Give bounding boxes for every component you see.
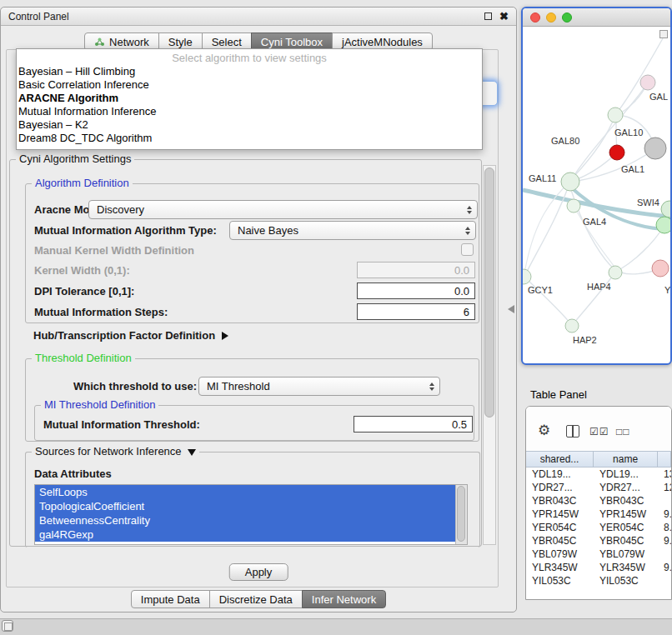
- mi-steps-field[interactable]: 6: [357, 303, 475, 320]
- network-node[interactable]: [608, 108, 623, 122]
- kernel-width-field[interactable]: 0.0: [357, 262, 475, 278]
- table-row[interactable]: YDL19...YDL19...13...: [526, 468, 671, 481]
- attribute-item[interactable]: SelfLoops: [35, 485, 455, 499]
- zoom-traffic-light-icon[interactable]: [562, 12, 572, 22]
- restore-panel-icon[interactable]: [2, 620, 13, 632]
- attribute-item[interactable]: gal4RGexp: [35, 528, 455, 542]
- birdseye-toggle-icon[interactable]: [659, 30, 668, 38]
- column-header-extra[interactable]: [658, 452, 671, 467]
- attribute-item[interactable]: TopologicalCoefficient: [35, 499, 455, 513]
- table-cell: YIL053C: [526, 575, 594, 587]
- network-node[interactable]: [609, 266, 622, 279]
- combo-arrows-icon: [467, 206, 472, 214]
- table-cell: YBL079W: [594, 548, 658, 560]
- scrollbar-thumb[interactable]: [484, 168, 494, 418]
- algorithm-option-mutual-information-inference[interactable]: Mutual Information Inference: [17, 105, 482, 118]
- aracne-mode-select[interactable]: Discovery: [88, 200, 478, 219]
- table-cell: 9...: [658, 562, 671, 573]
- table-row[interactable]: YPR145WYPR145W9...: [526, 508, 671, 521]
- show-columns-icon[interactable]: ☑☑: [589, 426, 609, 438]
- splitter-collapse-icon[interactable]: [508, 305, 514, 313]
- algorithm-definition-title: Algorithm Definition: [32, 177, 133, 189]
- attribute-item[interactable]: BetweennessCentrality: [35, 513, 455, 528]
- apply-button[interactable]: Apply: [229, 563, 288, 581]
- close-traffic-light-icon[interactable]: [530, 12, 540, 22]
- which-threshold-value: MI Threshold: [207, 380, 270, 392]
- close-window-icon[interactable]: ✖: [499, 11, 509, 22]
- table-row[interactable]: YBR043CYBR043C: [526, 494, 671, 508]
- settings-scrollbar[interactable]: [483, 165, 496, 545]
- column-header-name[interactable]: name: [594, 452, 658, 467]
- threshold-definition-title: Threshold Definition: [32, 352, 135, 364]
- table-row[interactable]: YDR27...YDR27...12...: [526, 481, 671, 494]
- mi-algorithm-type-select[interactable]: Naive Bayes: [229, 221, 476, 240]
- table-row[interactable]: YLR345WYLR345W9...: [526, 561, 671, 574]
- tab-discretize-data[interactable]: Discretize Data: [209, 590, 303, 608]
- algorithm-option-basic-correlation-inference[interactable]: Basic Correlation Inference: [17, 78, 482, 92]
- manual-kernel-width-label: Manual Kernel Width Definition: [34, 244, 194, 257]
- table-cell: YER054C: [526, 522, 594, 533]
- table-panel-window: ⚙ ☑☑ □□ shared...name YDL19...YDL19...13…: [525, 406, 672, 600]
- list-scrollbar[interactable]: [455, 485, 467, 544]
- network-icon: [94, 38, 105, 47]
- column-header-shared[interactable]: shared...: [526, 452, 594, 467]
- network-window-titlebar[interactable]: [523, 8, 670, 27]
- tab-impute-data[interactable]: Impute Data: [131, 590, 210, 608]
- network-node[interactable]: [640, 75, 655, 90]
- table-cell: YBR045C: [526, 535, 594, 547]
- hide-columns-icon[interactable]: □□: [616, 426, 630, 438]
- network-node[interactable]: [567, 199, 580, 212]
- sources-group: Sources for Network Inference Data Attri…: [25, 452, 480, 548]
- algorithm-option-bayesian-hill-climbing[interactable]: Bayesian – Hill Climbing: [17, 65, 482, 78]
- table-cell: YBL079W: [526, 548, 594, 560]
- network-node[interactable]: [561, 172, 579, 191]
- table-row[interactable]: YIL053CYIL053C: [526, 574, 671, 588]
- columns-icon[interactable]: [566, 425, 579, 438]
- node-label: GAL1: [621, 164, 644, 174]
- dpi-tolerance-label: DPI Tolerance [0,1]:: [34, 285, 134, 298]
- table-cell: 9...: [658, 535, 671, 547]
- tab-infer-network[interactable]: Infer Network: [302, 590, 386, 608]
- algorithm-placeholder: Select algorithm to view settings: [17, 51, 482, 65]
- mi-threshold-field[interactable]: 0.5: [354, 416, 473, 432]
- dpi-tolerance-field[interactable]: 0.0: [357, 282, 475, 299]
- table-cell: YBR043C: [594, 495, 658, 507]
- which-threshold-select[interactable]: MI Threshold: [198, 377, 440, 396]
- network-canvas[interactable]: GALGAL80GAL10GAL11GAL1SWI4GAL4GCY1HAP4HA…: [523, 27, 670, 365]
- tab-label: Cyni Toolbox: [261, 36, 323, 48]
- tab-label: Impute Data: [141, 593, 200, 606]
- control-panel-titlebar[interactable]: Control Panel ✖: [1, 8, 516, 26]
- algorithm-option-bayesian-k2[interactable]: Bayesian – K2: [17, 118, 482, 132]
- data-attributes-list[interactable]: SelfLoopsTopologicalCoefficientBetweenne…: [34, 484, 468, 545]
- tab-label: Network: [109, 36, 149, 48]
- table-cell: 13...: [658, 468, 671, 480]
- minimize-traffic-light-icon[interactable]: [546, 12, 556, 22]
- network-node[interactable]: [652, 260, 669, 277]
- network-node[interactable]: [609, 145, 624, 160]
- table-cell: 8...: [658, 522, 671, 533]
- combo-arrows-icon: [429, 382, 434, 391]
- which-threshold-label: Which threshold to use:: [73, 380, 197, 392]
- table-row[interactable]: YBL079WYBL079W: [526, 548, 671, 561]
- network-node[interactable]: [565, 319, 579, 332]
- float-window-icon[interactable]: [484, 12, 492, 20]
- table-row[interactable]: YBR045CYBR045C9...: [526, 534, 671, 548]
- network-node[interactable]: [644, 138, 666, 159]
- hub-section-toggle[interactable]: Hub/Transcription Factor Definition: [33, 329, 228, 342]
- aracne-mode-value: Discovery: [97, 203, 144, 216]
- algorithm-option-dream8-dc-tdc-algorithm[interactable]: Dream8 DC_TDC Algorithm: [17, 132, 482, 145]
- table-body: YDL19...YDL19...13...YDR27...YDR27...12.…: [526, 468, 671, 599]
- tab-label: jActiveMNodules: [342, 36, 423, 48]
- table-cell: 12...: [658, 482, 671, 493]
- table-cell: YBR045C: [594, 535, 658, 547]
- node-label: Y: [664, 285, 670, 295]
- table-row[interactable]: YER054CYER054C8...: [526, 521, 671, 534]
- network-edge: [574, 272, 615, 323]
- scrollbar-thumb[interactable]: [457, 486, 465, 542]
- network-node[interactable]: [656, 217, 670, 233]
- sources-title[interactable]: Sources for Network Inference: [32, 445, 199, 458]
- table-cell: YBR043C: [526, 495, 594, 507]
- gear-icon[interactable]: ⚙: [538, 423, 550, 438]
- manual-kernel-width-checkbox[interactable]: [461, 243, 474, 256]
- algorithm-option-aracne-algorithm[interactable]: ARACNE Algorithm: [17, 92, 482, 105]
